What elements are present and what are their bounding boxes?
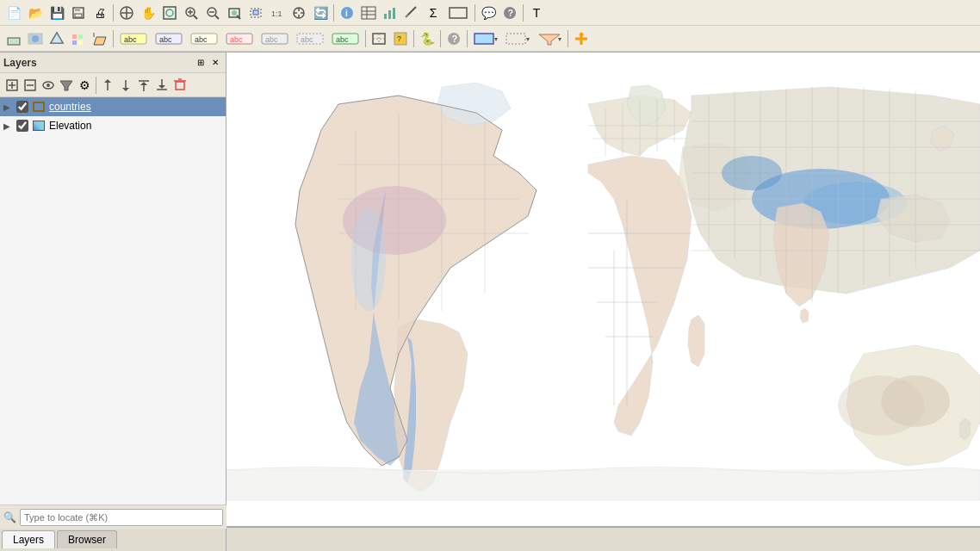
filter-layers-button[interactable] bbox=[58, 77, 75, 94]
svg-rect-32 bbox=[384, 14, 387, 19]
add-layer-button[interactable] bbox=[3, 77, 21, 94]
svg-point-16 bbox=[232, 10, 237, 15]
layer-item-countries[interactable]: ▶ countries bbox=[0, 97, 226, 116]
select-dropdown[interactable] bbox=[470, 28, 501, 49]
vector-button[interactable] bbox=[47, 28, 67, 49]
search-icon: 🔍 bbox=[3, 511, 16, 523]
help-button[interactable]: ? bbox=[499, 3, 520, 23]
layer-item-elevation[interactable]: ▶ Elevation bbox=[0, 116, 226, 135]
svg-text:abc: abc bbox=[301, 35, 313, 44]
svg-point-141 bbox=[722, 156, 782, 190]
show-all-layers-button[interactable] bbox=[40, 77, 57, 94]
layer-expand-elevation[interactable]: ▶ bbox=[3, 121, 14, 131]
zoom-out-button[interactable] bbox=[202, 3, 223, 23]
pan-selection-button[interactable] bbox=[288, 3, 309, 23]
layers-float-button[interactable]: ⊞ bbox=[194, 56, 208, 70]
map-canvas[interactable] bbox=[226, 53, 980, 526]
zoom-native-button[interactable]: 1:1 bbox=[267, 3, 288, 23]
measure-button[interactable] bbox=[401, 3, 422, 23]
svg-text:?: ? bbox=[508, 8, 514, 18]
svg-marker-94 bbox=[158, 85, 165, 89]
map-area[interactable] bbox=[226, 53, 980, 526]
svg-rect-47 bbox=[78, 40, 83, 45]
label-btn-6[interactable]: abc bbox=[293, 28, 327, 49]
digitize-button[interactable] bbox=[3, 28, 24, 49]
deselect-dropdown[interactable] bbox=[502, 28, 533, 49]
svg-marker-72 bbox=[494, 38, 498, 41]
label-btn-1[interactable]: abc bbox=[116, 28, 151, 49]
svg-rect-71 bbox=[474, 34, 493, 44]
svg-rect-36 bbox=[450, 8, 467, 18]
print-button[interactable]: 🖨 bbox=[90, 3, 110, 23]
zoom-layer-button[interactable] bbox=[224, 3, 245, 23]
sep-5 bbox=[113, 30, 114, 47]
svg-marker-74 bbox=[526, 38, 530, 41]
layers-panel: Layers ⊞ ✕ ⚙ bbox=[0, 53, 226, 526]
svg-rect-95 bbox=[176, 82, 184, 90]
move-layer-bottom-button[interactable] bbox=[153, 77, 171, 94]
measure-area-button[interactable] bbox=[444, 3, 472, 23]
svg-rect-33 bbox=[388, 10, 391, 19]
sep-1 bbox=[113, 4, 114, 22]
label-btn-7[interactable]: abc bbox=[328, 28, 363, 49]
svg-marker-48 bbox=[94, 37, 106, 45]
identify-button[interactable]: i bbox=[337, 3, 357, 23]
move-layer-down-button[interactable] bbox=[117, 77, 134, 94]
label-btn-3[interactable]: abc bbox=[187, 28, 221, 49]
georeference-button[interactable] bbox=[369, 28, 389, 49]
svg-line-11 bbox=[194, 15, 197, 19]
open-button[interactable]: 📂 bbox=[25, 3, 46, 23]
layer-settings-button[interactable]: ⚙ bbox=[76, 77, 93, 94]
pan-map-button[interactable] bbox=[571, 28, 592, 49]
label-btn-2[interactable]: abc bbox=[152, 28, 186, 49]
layer-visibility-countries[interactable] bbox=[16, 101, 28, 113]
locate-input[interactable] bbox=[20, 509, 223, 526]
label-btn-5[interactable]: abc bbox=[257, 28, 292, 49]
save-as-button[interactable] bbox=[68, 3, 89, 23]
touch-zoom-button[interactable] bbox=[116, 3, 137, 23]
remove-all-layers-button[interactable] bbox=[171, 77, 189, 94]
zoom-selection-button[interactable] bbox=[245, 3, 266, 23]
locate-bar: 🔍 bbox=[0, 505, 226, 529]
attribute-table-button[interactable] bbox=[358, 3, 379, 23]
save-button[interactable]: 💾 bbox=[47, 3, 67, 23]
wms-button[interactable] bbox=[25, 28, 46, 49]
field-calc-button[interactable]: ? bbox=[390, 28, 411, 49]
zoom-full-button[interactable] bbox=[159, 3, 180, 23]
sep-7 bbox=[413, 30, 414, 47]
select-feature-button[interactable] bbox=[90, 28, 110, 49]
calculator-button[interactable]: Σ bbox=[423, 3, 443, 23]
svg-marker-91 bbox=[140, 82, 147, 85]
svg-text:?: ? bbox=[397, 34, 401, 43]
layer-icon-elevation bbox=[31, 118, 47, 133]
filter-dropdown[interactable] bbox=[534, 28, 565, 49]
open-layer-edit[interactable] bbox=[99, 77, 116, 94]
tab-browser[interactable]: Browser bbox=[57, 530, 117, 548]
sep-l1 bbox=[96, 77, 96, 94]
new-button[interactable]: 📄 bbox=[3, 3, 24, 23]
svg-point-7 bbox=[166, 9, 173, 16]
refresh-button[interactable]: 🔄 bbox=[310, 3, 331, 23]
raster-button[interactable] bbox=[68, 28, 89, 49]
svg-rect-46 bbox=[72, 40, 77, 45]
zoom-in-button[interactable] bbox=[181, 3, 202, 23]
annotation-button[interactable]: 💬 bbox=[478, 3, 499, 23]
pan-button[interactable]: ✋ bbox=[138, 3, 158, 23]
svg-rect-45 bbox=[78, 34, 83, 39]
statistics-button[interactable] bbox=[380, 3, 400, 23]
plugins-button[interactable]: 🐍 bbox=[417, 28, 437, 49]
layer-visibility-elevation[interactable] bbox=[16, 120, 28, 132]
label-btn-4[interactable]: abc bbox=[222, 28, 257, 49]
layers-close-button[interactable]: ✕ bbox=[208, 56, 222, 70]
help-contents-button[interactable]: ? bbox=[443, 28, 464, 49]
svg-rect-28 bbox=[362, 7, 375, 19]
layer-expand-countries[interactable]: ▶ bbox=[3, 102, 14, 112]
layer-name-elevation: Elevation bbox=[49, 120, 91, 132]
text-button[interactable]: T bbox=[526, 3, 547, 23]
svg-rect-44 bbox=[72, 34, 77, 39]
remove-layer-button[interactable] bbox=[22, 77, 39, 94]
move-layer-top-button[interactable] bbox=[135, 77, 152, 94]
main-layout: Layers ⊞ ✕ ⚙ bbox=[0, 53, 980, 526]
svg-rect-19 bbox=[253, 10, 258, 15]
tab-layers[interactable]: Layers bbox=[2, 530, 55, 548]
